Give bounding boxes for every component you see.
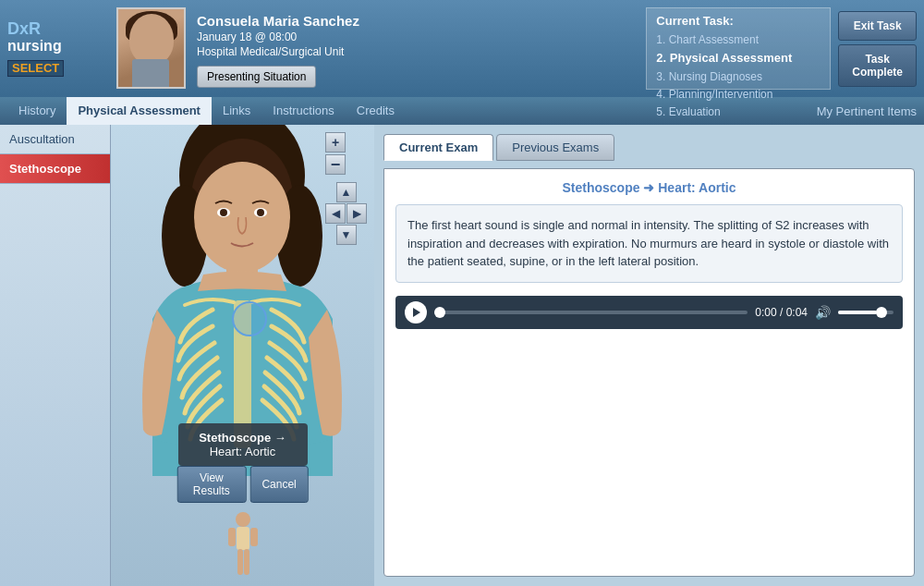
nav-history[interactable]: History [7, 97, 67, 125]
nav-right-button[interactable]: ▶ [346, 203, 367, 224]
svg-rect-14 [237, 527, 249, 550]
svg-point-13 [236, 512, 250, 527]
play-button[interactable] [405, 301, 427, 324]
body-decoration [132, 59, 169, 87]
tab-current-exam[interactable]: Current Exam [383, 134, 493, 161]
exam-text: The first heart sound is single and norm… [395, 204, 903, 283]
volume-fill [838, 311, 877, 314]
small-figure [220, 512, 266, 581]
audio-time: 0:00 / 0:04 [755, 306, 808, 319]
audio-player: 0:00 / 0:04 🔊 [395, 296, 903, 329]
sidebar: Auscultation Stethoscope [0, 125, 111, 586]
logo: DxR nursing SELECT [7, 20, 64, 78]
tooltip-subtitle: Heart: Aortic [191, 445, 295, 458]
tooltip-buttons: View Results Cancel [176, 466, 309, 503]
logo-text: DxR nursing SELECT [7, 20, 64, 78]
patient-photo-image [118, 9, 184, 87]
arrow-row: ◀ ▶ [325, 203, 367, 224]
tab-previous-exams[interactable]: Previous Exams [496, 134, 614, 161]
volume-icon: 🔊 [815, 305, 831, 320]
content-panel: Stethoscope ➜ Heart: Aortic The first he… [383, 168, 915, 577]
view-results-button[interactable]: View Results [176, 466, 246, 503]
sidebar-item-auscultation[interactable]: Auscultation [0, 125, 110, 154]
current-time: 0:00 [755, 306, 776, 319]
face-decoration [129, 14, 174, 65]
patient-location: Hospital Medical/Surgical Unit [197, 45, 635, 58]
total-time: 0:04 [786, 306, 808, 319]
right-panel: Current Exam Previous Exams Stethoscope … [374, 125, 924, 586]
nav-instructions[interactable]: Instructions [261, 97, 345, 125]
zoom-in-button[interactable]: + [325, 132, 346, 153]
task-item-2: 2. Physical Assessment [656, 49, 821, 68]
play-icon [413, 308, 420, 317]
patient-info: Consuela Maria Sanchez January 18 @ 08:0… [193, 7, 638, 90]
patient-photo [116, 7, 186, 89]
task-item-1: 1. Chart Assessment [656, 31, 821, 49]
nav-down-button[interactable]: ▼ [336, 225, 357, 245]
nav-arrows: ▲ ◀ ▶ ▼ [325, 182, 367, 245]
task-complete-button[interactable]: Task Complete [838, 44, 917, 87]
sidebar-item-stethoscope[interactable]: Stethoscope [0, 154, 110, 184]
nav-credits[interactable]: Credits [346, 97, 406, 125]
action-buttons: Exit Task Task Complete [838, 7, 917, 90]
current-task-title: Current Task: [656, 14, 821, 28]
nav-physical-assessment[interactable]: Physical Assessment [67, 97, 211, 125]
volume-bar[interactable] [838, 311, 894, 314]
tooltip-title: Stethoscope → [191, 431, 295, 445]
presenting-situation-button[interactable]: Presenting Situation [197, 66, 316, 88]
small-figure-svg [220, 512, 266, 581]
task-item-5: 5. Evaluation [656, 104, 821, 121]
svg-point-8 [220, 209, 227, 216]
exam-title: Stethoscope ➜ Heart: Aortic [395, 180, 903, 195]
svg-rect-15 [228, 528, 236, 546]
svg-point-5 [194, 162, 290, 273]
logo-line2: nursing [7, 38, 64, 55]
volume-dot [876, 307, 887, 318]
patient-image-area: + − ▲ ◀ ▶ ▼ [111, 125, 374, 586]
cancel-button[interactable]: Cancel [249, 466, 308, 503]
task-item-3: 3. Nursing Diagnoses [656, 68, 821, 86]
nav-left-button[interactable]: ◀ [325, 203, 346, 224]
logo-line1: DxR [7, 20, 64, 39]
header: DxR nursing SELECT Consuela Maria Sanche… [0, 0, 924, 97]
patient-date: January 18 @ 08:00 [197, 31, 635, 43]
logo-area: DxR nursing SELECT [7, 7, 109, 90]
body-tooltip: Stethoscope → Heart: Aortic [178, 423, 308, 466]
progress-dot [434, 307, 445, 318]
svg-point-12 [233, 302, 266, 336]
pertinent-items-link[interactable]: My Pertinent Items [817, 104, 917, 118]
tabs: Current Exam Previous Exams [383, 134, 915, 161]
nav-up-button[interactable]: ▲ [336, 182, 357, 202]
zoom-controls: + − ▲ ◀ ▶ ▼ [325, 132, 367, 245]
svg-rect-18 [244, 549, 249, 575]
nav-links[interactable]: Links [212, 97, 261, 125]
svg-point-9 [257, 209, 264, 216]
patient-name: Consuela Maria Sanchez [197, 13, 635, 29]
task-item-4: 4. Planning/Intervention [656, 86, 821, 104]
main-content: Auscultation Stethoscope + − ▲ ◀ ▶ ▼ [0, 125, 924, 586]
svg-rect-17 [237, 549, 243, 575]
logo-select: SELECT [7, 60, 64, 77]
zoom-out-button[interactable]: − [325, 154, 346, 175]
exit-task-button[interactable]: Exit Task [838, 11, 917, 41]
audio-progress-bar[interactable] [434, 311, 748, 314]
spacer [325, 177, 367, 180]
svg-rect-16 [250, 528, 258, 546]
time-separator: / [780, 306, 786, 319]
current-task-panel: Current Task: 1. Chart Assessment 2. Phy… [646, 7, 831, 90]
